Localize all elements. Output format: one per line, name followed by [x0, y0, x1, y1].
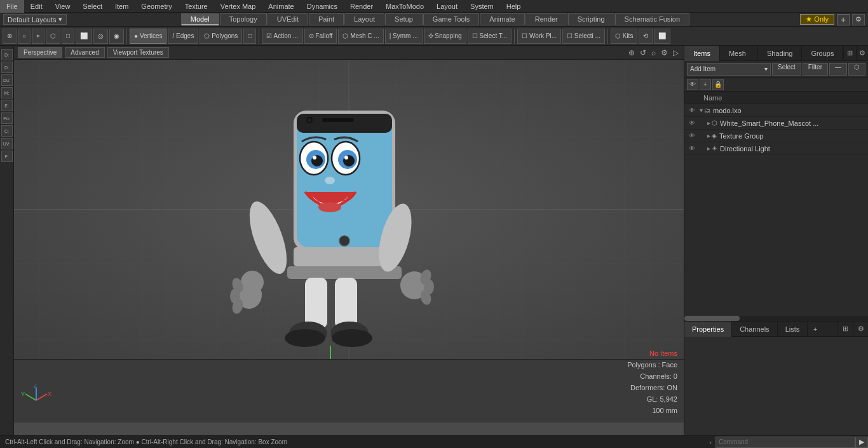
visibility-eye-2[interactable]: 👁	[687, 131, 697, 141]
add-layout-button[interactable]: +	[837, 14, 850, 25]
rotate-view-button[interactable]: ⟲	[639, 29, 653, 44]
viewport-advanced-button[interactable]: Advanced	[65, 47, 104, 58]
menu-file[interactable]: File	[0, 0, 24, 13]
bottom-expand-icon[interactable]: ⊞	[837, 322, 853, 337]
run-command-button[interactable]: ▶	[855, 437, 868, 448]
menu-texture[interactable]: Texture	[179, 0, 214, 13]
panel-expand-button[interactable]: ⬡	[848, 63, 865, 76]
kits-button[interactable]: ⬡ Kits	[611, 29, 637, 44]
tab-game-tools[interactable]: Game Tools	[423, 13, 480, 25]
visibility-eye-3[interactable]: 👁	[687, 144, 697, 154]
add-item-dropdown[interactable]: Add Item ▾	[687, 63, 771, 76]
select-button[interactable]: Select	[772, 63, 801, 76]
menu-system[interactable]: System	[464, 0, 500, 13]
left-tool-po[interactable]: Po:	[1, 112, 13, 124]
menu-animate[interactable]: Animate	[262, 0, 300, 13]
bottom-settings-icon[interactable]: ⚙	[853, 322, 868, 337]
tab-channels[interactable]: Channels	[732, 322, 777, 337]
menu-select[interactable]: Select	[76, 0, 109, 13]
star-only-button[interactable]: ★ Only	[800, 14, 834, 25]
shield-button[interactable]: ◉	[109, 29, 124, 44]
viewport-settings-icon[interactable]: ⚙	[661, 48, 668, 57]
box-tool-button[interactable]: □	[62, 29, 74, 44]
menu-vertex-map[interactable]: Vertex Map	[214, 0, 262, 13]
lock-icon[interactable]: 🔒	[712, 79, 724, 90]
menu-maxtomodo[interactable]: MaxToModo	[379, 0, 430, 13]
scrollbar-thumb[interactable]	[684, 316, 740, 321]
menu-view[interactable]: View	[49, 0, 77, 13]
tree-item-directional-light[interactable]: 👁 ▸ ☀ Directional Light	[684, 142, 868, 155]
left-tool-c[interactable]: C:	[1, 125, 13, 137]
tab-topology[interactable]: Topology	[220, 13, 267, 25]
visibility-eye-0[interactable]: 👁	[687, 105, 697, 116]
menu-dynamics[interactable]: Dynamics	[301, 0, 344, 13]
viewport[interactable]: Perspective Advanced Viewport Textures ⊕…	[14, 46, 684, 435]
tab-model[interactable]: Model	[181, 13, 219, 25]
add-panel-button[interactable]: +	[808, 322, 823, 337]
tab-lists[interactable]: Lists	[778, 322, 808, 337]
viewport-refresh-icon[interactable]: ↺	[640, 48, 646, 57]
item-mode-button[interactable]: □	[243, 29, 256, 44]
select-mode-button[interactable]: ○	[18, 29, 31, 44]
visibility-toggle-icon[interactable]: 👁	[687, 79, 698, 90]
select-t-button[interactable]: ☐ Select T...	[468, 29, 512, 44]
tab-shading[interactable]: Shading	[758, 46, 802, 61]
left-tool-f[interactable]: F:	[1, 151, 13, 162]
viewport-expand-icon[interactable]: ▷	[673, 48, 679, 57]
tab-items[interactable]: Items	[684, 46, 720, 61]
layout-settings-icon[interactable]: ⚙	[852, 14, 865, 25]
menu-render[interactable]: Render	[344, 0, 379, 13]
tab-setup[interactable]: Setup	[385, 13, 423, 25]
polygons-button[interactable]: ⬠ Polygons	[200, 29, 242, 44]
filter-button[interactable]: Filter	[803, 63, 828, 76]
tab-layout[interactable]: Layout	[344, 13, 384, 25]
expand-arrow-0[interactable]: ▾	[700, 107, 703, 114]
menu-help[interactable]: Help	[500, 0, 527, 13]
command-input[interactable]	[715, 437, 855, 448]
menu-edit[interactable]: Edit	[24, 0, 49, 13]
work-pl-button[interactable]: ☐ Work Pl...	[517, 29, 561, 44]
selecti-button[interactable]: ☐ Selecti ...	[562, 29, 605, 44]
tab-groups[interactable]: Groups	[802, 46, 843, 61]
hex-select-button[interactable]: ⬡	[46, 29, 60, 44]
edges-button[interactable]: / Edges	[168, 29, 198, 44]
menu-item[interactable]: Item	[109, 0, 135, 13]
ring-button[interactable]: ◎	[93, 29, 108, 44]
panel-tab-settings-icon[interactable]: ⚙	[856, 46, 868, 61]
expand-arrow-1[interactable]: ▸	[707, 119, 710, 126]
layout-dropdown[interactable]: Default Layouts ▾	[3, 14, 67, 25]
viewport-search-icon[interactable]: ⌕	[651, 48, 656, 57]
falloff-button[interactable]: ⊙ Falloff	[304, 29, 337, 44]
tab-mesh[interactable]: Mesh ...	[720, 46, 758, 61]
left-tool-m[interactable]: M:	[1, 87, 13, 98]
tab-animate[interactable]: Animate	[480, 13, 524, 25]
left-tool-e[interactable]: E:	[1, 100, 13, 111]
expand-arrow-2[interactable]: ▸	[707, 132, 710, 139]
viewport-textures-button[interactable]: Viewport Textures	[107, 47, 169, 58]
mesh-c-button[interactable]: ⬡ Mesh C ...	[338, 29, 383, 44]
left-tool-d2[interactable]: D:	[1, 62, 13, 73]
left-tool-du[interactable]: Du:	[1, 74, 13, 86]
items-scrollbar[interactable]	[684, 316, 868, 321]
tab-properties[interactable]: Properties	[684, 322, 732, 337]
symm-button[interactable]: | Symm ...	[385, 29, 423, 44]
square-button[interactable]: ⬜	[76, 29, 92, 44]
tab-render[interactable]: Render	[526, 13, 567, 25]
viewport-perspective-button[interactable]: Perspective	[18, 47, 62, 58]
add-icon[interactable]: +	[700, 79, 711, 90]
panel-tab-expand-icon[interactable]: ⊞	[843, 46, 855, 61]
action-button[interactable]: ☑ Action ...	[262, 29, 302, 44]
tree-item-texture-group[interactable]: 👁 ▸ ◈ Texture Group	[684, 130, 868, 142]
tab-schematic-fusion[interactable]: Schematic Fusion	[615, 13, 689, 25]
tab-scripting[interactable]: Scripting	[568, 13, 614, 25]
tree-item-modo-lxo[interactable]: 👁 ▾ 🗂 modo.lxo	[684, 104, 868, 117]
tree-item-phone-mascot[interactable]: 👁 ▸ ⬡ White_Smart_Phone_Mascot ...	[684, 117, 868, 130]
snapping-button[interactable]: ✣ Snapping	[424, 29, 466, 44]
viewport-mode-button[interactable]: ⬜	[654, 29, 670, 44]
panel-minus-button[interactable]: —	[829, 63, 847, 76]
menu-geometry[interactable]: Geometry	[135, 0, 178, 13]
visibility-eye-1[interactable]: 👁	[687, 118, 697, 128]
expand-arrow-3[interactable]: ▸	[707, 145, 710, 152]
tab-uvedit[interactable]: UVEdit	[268, 13, 308, 25]
items-tree[interactable]: 👁 ▾ 🗂 modo.lxo 👁 ▸ ⬡ White_Smart_Phone_M…	[684, 104, 868, 316]
